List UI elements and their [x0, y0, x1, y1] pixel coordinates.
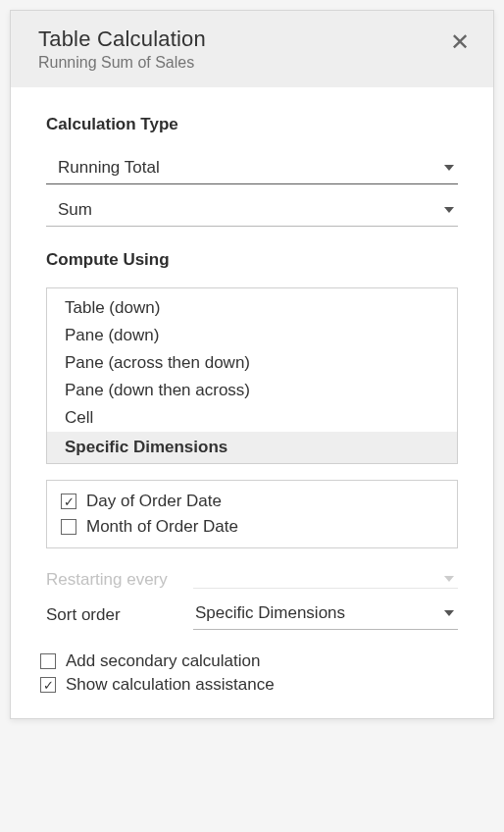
caret-down-icon: [444, 610, 454, 616]
sort-order-row: Sort order Specific Dimensions: [46, 599, 458, 630]
dialog-body: Calculation Type Running Total Sum Compu…: [11, 87, 493, 718]
aggregation-value: Sum: [58, 200, 92, 220]
list-item-selected[interactable]: Specific Dimensions: [47, 432, 457, 463]
list-item[interactable]: Pane (across then down): [47, 349, 457, 377]
list-item[interactable]: Pane (down then across): [47, 377, 457, 404]
add-secondary-checkbox[interactable]: Add secondary calculation: [40, 650, 458, 673]
sort-order-label: Sort order: [46, 605, 193, 625]
checkbox-icon: [61, 519, 76, 535]
sort-order-select[interactable]: Specific Dimensions: [193, 599, 458, 630]
calc-type-label: Calculation Type: [46, 115, 458, 134]
dimension-checkbox-day[interactable]: Day of Order Date: [61, 489, 443, 514]
calc-type-select[interactable]: Running Total: [46, 152, 458, 184]
restarting-label: Restarting every: [46, 570, 193, 590]
checkbox-icon: [40, 677, 56, 693]
list-item[interactable]: Cell: [47, 404, 457, 432]
compute-using-section: Compute Using Table (down) Pane (down) P…: [46, 250, 458, 630]
restarting-select: [193, 572, 458, 589]
show-assistance-label: Show calculation assistance: [66, 675, 275, 695]
dimension-label: Month of Order Date: [86, 517, 238, 537]
aggregation-select[interactable]: Sum: [46, 194, 458, 227]
add-secondary-label: Add secondary calculation: [66, 651, 260, 671]
show-assistance-checkbox[interactable]: Show calculation assistance: [40, 673, 458, 697]
list-item[interactable]: Table (down): [47, 288, 457, 322]
sort-order-value: Specific Dimensions: [195, 603, 345, 623]
table-calculation-dialog: Table Calculation Running Sum of Sales ✕…: [10, 10, 494, 719]
caret-down-icon: [444, 576, 454, 582]
footer-options: Add secondary calculation Show calculati…: [40, 650, 458, 697]
caret-down-icon: [444, 165, 454, 171]
dialog-header: Table Calculation Running Sum of Sales ✕: [11, 11, 493, 87]
caret-down-icon: [444, 207, 454, 213]
compute-using-listbox: Table (down) Pane (down) Pane (across th…: [46, 287, 458, 464]
close-button[interactable]: ✕: [450, 26, 470, 54]
dialog-title: Table Calculation: [38, 26, 206, 52]
dimensions-box: Day of Order Date Month of Order Date: [46, 480, 458, 548]
dimension-label: Day of Order Date: [86, 492, 222, 511]
checkbox-icon: [61, 494, 76, 509]
header-text: Table Calculation Running Sum of Sales: [38, 26, 206, 72]
calc-type-value: Running Total: [58, 158, 160, 178]
checkbox-icon: [40, 653, 56, 669]
list-item[interactable]: Pane (down): [47, 322, 457, 349]
compute-using-label: Compute Using: [46, 250, 458, 270]
restarting-row: Restarting every: [46, 570, 458, 590]
close-icon: ✕: [450, 28, 470, 55]
dialog-subtitle: Running Sum of Sales: [38, 54, 206, 72]
dimension-checkbox-month[interactable]: Month of Order Date: [61, 514, 443, 540]
